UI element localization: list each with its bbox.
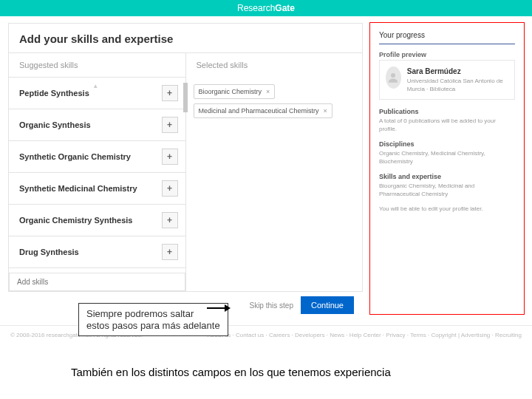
suggested-skill-row: Drug Synthesis+ <box>9 236 185 268</box>
selected-skill-chip: Medicinal and Pharmaceutical Chemistry× <box>194 103 332 118</box>
selected-skills-list: Bioorganic Chemistry× Medicinal and Phar… <box>186 77 363 126</box>
suggested-skill-row: Organic Chemistry Synthesis+ <box>9 205 185 236</box>
annotation-arrow-icon <box>225 304 231 312</box>
skill-label: Organic Synthesis <box>19 120 91 129</box>
publications-label: Publications <box>379 107 515 117</box>
avatar-icon <box>386 66 401 89</box>
selected-skills-header: Selected skills <box>186 53 363 77</box>
continue-button[interactable]: Continue <box>301 296 354 314</box>
disciplines-text: Organic Chemistry, Medicinal Chemistry, … <box>379 149 515 166</box>
suggested-skills-list: Peptide Synthesis+ Organic Synthesis+ Sy… <box>9 77 185 268</box>
sidebar-title: Your progress <box>379 30 515 44</box>
add-skill-button[interactable]: + <box>162 117 178 133</box>
scroll-up-icon[interactable]: ▲ <box>92 83 98 89</box>
profile-name: Sara Bermúdez <box>407 66 508 77</box>
suggested-skill-row: Synthetic Medicinal Chemistry+ <box>9 173 185 205</box>
footer-links[interactable]: About us · Contact us · Careers · Develo… <box>208 332 522 338</box>
brand-logo: ResearchGate <box>237 3 295 13</box>
edit-later-note: You will be able to edit your profile la… <box>379 205 515 213</box>
page-title: Add your skills and expertise <box>9 24 362 52</box>
add-skill-button[interactable]: + <box>162 244 178 260</box>
profile-preview-label: Profile preview <box>379 50 515 60</box>
suggested-skill-row: Synthetic Organic Chemistry+ <box>9 141 185 173</box>
add-skills-input[interactable] <box>9 273 185 291</box>
suggested-skills-header: Suggested skills <box>9 53 185 77</box>
svg-point-0 <box>391 73 395 78</box>
chip-label: Bioorganic Chemistry <box>199 88 262 95</box>
suggested-skill-row: Organic Synthesis+ <box>9 109 185 141</box>
skill-label: Synthetic Medicinal Chemistry <box>19 184 137 193</box>
profile-preview-card: Sara Bermúdez Universidad Católica San A… <box>379 60 515 100</box>
add-skill-button[interactable]: + <box>162 212 178 228</box>
add-skill-button[interactable]: + <box>162 149 178 165</box>
disciplines-label: Disciplines <box>379 140 515 149</box>
scrollbar[interactable] <box>183 83 188 112</box>
main-panel: Add your skills and expertise Suggested … <box>7 22 364 315</box>
skills-text: Bioorganic Chemistry, Medicinal and Phar… <box>379 182 515 198</box>
skill-label: Peptide Synthesis <box>19 89 89 98</box>
remove-skill-icon[interactable]: × <box>266 88 270 95</box>
annotation-arrow-line <box>207 307 226 309</box>
annotation-callout: Siempre podremos saltar estos pasos para… <box>78 303 228 336</box>
skill-label: Drug Synthesis <box>19 248 79 256</box>
remove-skill-icon[interactable]: × <box>324 107 327 115</box>
selected-skill-chip: Bioorganic Chemistry× <box>194 84 276 99</box>
skills-label: Skills and expertise <box>379 172 515 182</box>
add-skill-button[interactable]: + <box>162 180 178 197</box>
skill-label: Organic Chemistry Synthesis <box>19 216 132 225</box>
annotation-caption: También en los distintos campos en los q… <box>71 366 391 378</box>
publications-text: A total of 0 publications will be added … <box>379 117 515 133</box>
chip-label: Medicinal and Pharmaceutical Chemistry <box>199 107 319 115</box>
skip-step-link[interactable]: Skip this step <box>249 301 293 310</box>
progress-sidebar: Your progress Profile preview Sara Bermú… <box>369 22 525 315</box>
profile-affiliation: Universidad Católica San Antonio de Murc… <box>407 77 508 93</box>
skill-label: Synthetic Organic Chemistry <box>19 152 131 161</box>
add-skill-button[interactable]: + <box>162 85 178 101</box>
top-bar: ResearchGate <box>0 0 532 16</box>
